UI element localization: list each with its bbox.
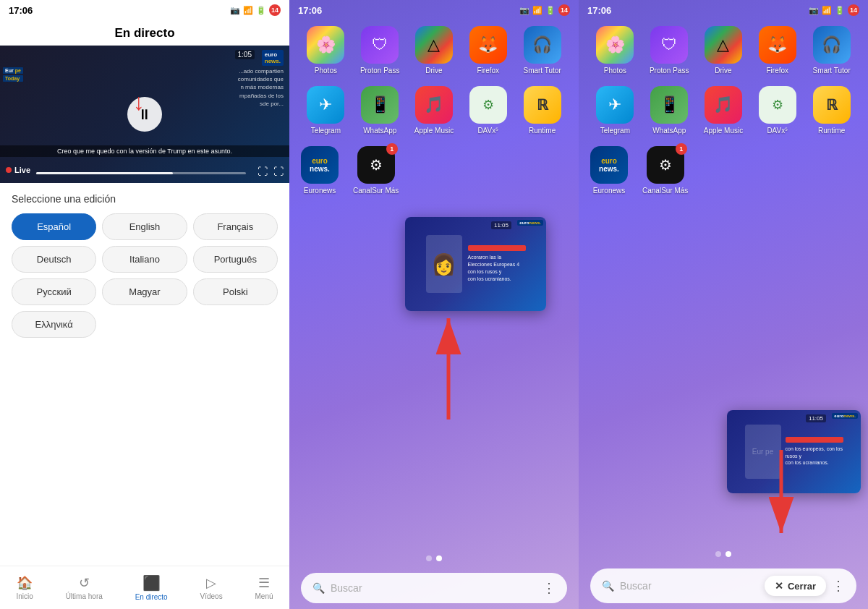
canalsur-badge-p2: 1 <box>386 143 398 155</box>
runtime-label-p2: Runtime <box>529 127 556 135</box>
status-time-3: 17:06 <box>587 5 611 16</box>
wifi-icon-2: 📶 <box>532 6 542 15</box>
status-icons-1: 📷 📶 🔋 14 <box>230 4 281 16</box>
apple-music-icon-p2: 🎵 <box>415 86 453 124</box>
dot-2-p3 <box>726 551 731 557</box>
app-whatsapp-p2[interactable]: 📱 WhatsApp <box>355 86 405 135</box>
app-photos-p2[interactable]: 🌸 Photos <box>301 26 351 74</box>
edition-grid: Español English Français Deutsch Italian… <box>12 213 278 338</box>
status-time-1: 17:06 <box>9 5 33 16</box>
pip-time-p3: 11:05 <box>806 414 826 422</box>
close-label: Cerrar <box>788 581 816 592</box>
battery-icon-1: 🔋 <box>256 6 266 15</box>
photos-label-p2: Photos <box>315 67 337 74</box>
wifi-icon-3: 📶 <box>822 6 832 15</box>
euronews-logo: euronews. <box>262 50 284 66</box>
whatsapp-icon-p2: 📱 <box>361 86 399 124</box>
davx-label-p3: DAVx⁵ <box>767 127 788 135</box>
video-overlay-text: ...ado compartiencomunidades quen más mo… <box>211 67 284 108</box>
app-canalsur-p3[interactable]: ⚙ 1 CanalSur Más <box>642 146 688 195</box>
edition-btn-greek[interactable]: Ελληνικά <box>12 311 96 338</box>
app-euronews-p3[interactable]: euro news. Euronews <box>590 146 628 195</box>
app-telegram-p3[interactable]: ✈ Telegram <box>590 86 640 135</box>
pip-icon[interactable]: ⛶ <box>258 166 268 177</box>
red-arrow-p3 <box>760 450 803 544</box>
euronews-icon-p3: euro news. <box>590 146 628 184</box>
pip-content: 👩 Acoraron las laElecciones Europeas 4co… <box>405 217 546 311</box>
app-firefox-p3[interactable]: 🦊 Firefox <box>752 26 802 74</box>
proton-icon-p2: 🛡 <box>361 26 399 64</box>
app-runtime-p2[interactable]: ℝ Runtime <box>517 86 567 135</box>
battery-icon-3: 🔋 <box>835 6 845 15</box>
pip-logo-p3: euronews. <box>832 413 858 419</box>
nav-en-directo[interactable]: ⬛ En directo <box>135 574 168 601</box>
search-bar-p2[interactable]: 🔍 Buscar ⋮ <box>301 573 567 603</box>
whatsapp-icon-p3: 📱 <box>650 86 688 124</box>
app-firefox-p2[interactable]: 🦊 Firefox <box>463 26 513 74</box>
nav-ultima-hora[interactable]: ↺ Última hora <box>66 575 103 600</box>
telegram-label-p3: Telegram <box>600 127 630 135</box>
app-telegram-p2[interactable]: ✈ Telegram <box>301 86 351 135</box>
firefox-icon-p2: 🦊 <box>469 26 507 64</box>
fullscreen-icon[interactable]: ⛶ <box>273 166 284 177</box>
pip-text: Acoraron las laElecciones Europeas 4con … <box>468 254 526 282</box>
search-menu-btn-p3[interactable]: ⋮ <box>832 578 845 594</box>
search-placeholder-p2: Buscar <box>331 582 362 594</box>
edition-btn-francais[interactable]: Français <box>193 213 278 240</box>
app-proton-p2[interactable]: 🛡 Proton Pass <box>355 26 405 74</box>
nav-menu[interactable]: ☰ Menú <box>255 575 273 600</box>
davx-icon-p2: ⚙ <box>469 86 507 124</box>
edition-btn-english[interactable]: English <box>102 213 187 240</box>
app-grid-row2-p3: ✈ Telegram 📱 WhatsApp 🎵 Apple Music ⚙ DA… <box>579 80 868 140</box>
page-dots-p2 <box>289 555 579 561</box>
app-smart-p3[interactable]: 🎧 Smart Tutor <box>807 26 856 74</box>
photos-label-p3: Photos <box>604 67 626 74</box>
watermark-bottom: Today <box>3 75 23 82</box>
live-dot <box>6 167 12 173</box>
pip-video-p2[interactable]: euronews. 11:05 👩 Acoraron las laEleccio… <box>405 217 546 311</box>
edition-btn-portugues[interactable]: Português <box>193 246 278 273</box>
video-player[interactable]: Eur pe Today euronews. 1:05 ...ado compa… <box>0 46 289 183</box>
status-bar-1: 17:06 📷 📶 🔋 14 <box>0 0 289 20</box>
proton-icon-p3: 🛡 <box>650 26 688 64</box>
edition-btn-russian[interactable]: Русский <box>12 278 96 305</box>
app-davx-p3[interactable]: ⚙ DAVx⁵ <box>752 86 802 135</box>
app-drive-p3[interactable]: △ Drive <box>699 26 749 74</box>
firefox-label-p2: Firefox <box>477 67 500 74</box>
app-smart-p2[interactable]: 🎧 Smart Tutor <box>517 26 567 74</box>
nav-videos[interactable]: ▷ Vídeos <box>200 575 223 600</box>
euronews-label-p3: Euronews <box>593 187 625 195</box>
davx-icon-p3: ⚙ <box>759 86 796 124</box>
progress-bar[interactable] <box>36 172 246 174</box>
close-button[interactable]: ✕ Cerrar <box>765 576 826 596</box>
nav-inicio[interactable]: 🏠 Inicio <box>16 575 33 600</box>
search-bar-p3: 🔍 Buscar ✕ Cerrar ⋮ <box>590 568 856 603</box>
live-text: Live <box>14 166 30 174</box>
app-euronews-p2[interactable]: euro news. Euronews <box>301 146 339 195</box>
app-apple-music-p2[interactable]: 🎵 Apple Music <box>409 86 459 135</box>
edition-btn-espanol[interactable]: Español <box>12 213 96 240</box>
status-bar-2: 17:06 📷 📶 🔋 14 <box>289 0 579 20</box>
app-davx-p2[interactable]: ⚙ DAVx⁵ <box>463 86 513 135</box>
watermark: Eur pe Today <box>3 67 23 82</box>
edition-btn-polski[interactable]: Polski <box>193 278 278 305</box>
app-runtime-p3[interactable]: ℝ Runtime <box>807 86 856 135</box>
search-icon-p2: 🔍 <box>312 582 325 594</box>
page-title: En directo <box>114 26 174 40</box>
app-proton-p3[interactable]: 🛡 Proton Pass <box>644 26 694 74</box>
notification-badge-3: 14 <box>848 4 859 16</box>
app-apple-music-p3[interactable]: 🎵 Apple Music <box>699 86 749 135</box>
refresh-icon: ↺ <box>79 575 90 591</box>
camera-icon-2: 📷 <box>519 6 529 15</box>
search-menu-btn-p2[interactable]: ⋮ <box>542 580 556 596</box>
app-whatsapp-p3[interactable]: 📱 WhatsApp <box>644 86 694 135</box>
app-photos-p3[interactable]: 🌸 Photos <box>590 26 640 74</box>
app-drive-p2[interactable]: △ Drive <box>409 26 459 74</box>
proton-label-p3: Proton Pass <box>650 67 689 74</box>
edition-btn-magyar[interactable]: Magyar <box>102 278 187 305</box>
edition-btn-deutsch[interactable]: Deutsch <box>12 246 96 273</box>
wifi-icon: 📶 <box>243 6 253 15</box>
app-canalsur-p2[interactable]: ⚙ 1 CanalSur Más <box>353 146 399 195</box>
edition-btn-italiano[interactable]: Italiano <box>102 246 187 273</box>
camera-icon-3: 📷 <box>809 6 819 15</box>
